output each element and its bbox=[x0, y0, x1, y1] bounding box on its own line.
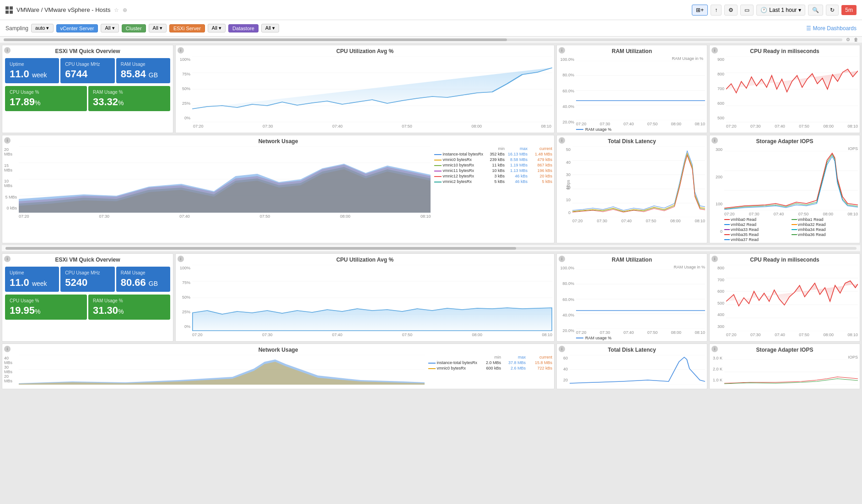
cpu-pct-value-2: 19.95% bbox=[10, 305, 82, 316]
refresh-icon-btn[interactable]: ↻ bbox=[826, 5, 839, 16]
trash-icon-scroll[interactable]: 🗑 bbox=[854, 37, 858, 42]
share-icon-btn[interactable]: ↑ bbox=[711, 5, 722, 16]
vcenter-value-btn[interactable]: All ▾ bbox=[101, 24, 119, 32]
cpu-mhz-label-2: CPU Usage MHz bbox=[65, 270, 110, 275]
refresh-interval-btn[interactable]: 5m bbox=[841, 5, 857, 15]
cpuready-y-2: 800 700 600 500 400 300 bbox=[711, 265, 726, 337]
iops-y-1: 300 200 100 0 bbox=[711, 146, 724, 242]
breadcrumb: VMWare / VMware vSphere - Hosts bbox=[16, 6, 110, 13]
panel-info-disk2: i bbox=[559, 346, 565, 352]
ram-legend-2: RAM usage % bbox=[576, 335, 705, 341]
ram-pct-label-1: RAM Usage % bbox=[93, 90, 166, 95]
sampling-btn[interactable]: auto ▾ bbox=[31, 24, 53, 32]
cluster-value-btn[interactable]: All ▾ bbox=[149, 24, 167, 32]
net-svg-2 bbox=[19, 355, 425, 385]
ram-util-panel-2: i RAM Utilization 100.0% 80.0% 60.0% 40.… bbox=[556, 253, 707, 342]
network-panel-2: i Network Usage 40 MBs 30 MBs 20 MBs bbox=[2, 343, 555, 389]
cpu-mhz-value-2: 5240 bbox=[65, 277, 110, 288]
panel-info-1: i bbox=[4, 47, 11, 54]
panel-info-ram2: i bbox=[559, 256, 565, 262]
ram-util-panel-1: i RAM Utilization 100.0% 80.0% 60.0% 40.… bbox=[556, 45, 707, 133]
iops-title-1: Storage Adapter IOPS bbox=[710, 135, 860, 145]
disk-latency-panel-1: i Total Disk Latency 50 40 30 20 10 0 KB… bbox=[556, 135, 707, 243]
iops-legend-item-6: vmhba34 Read bbox=[792, 227, 858, 232]
time-range-btn[interactable]: 🕐 Last 1 hour ▾ bbox=[756, 5, 805, 16]
cpu-pct-tile-1: CPU Usage % 17.89% bbox=[5, 86, 87, 111]
ram-svg-1 bbox=[576, 61, 705, 120]
esxi-value-btn[interactable]: All ▾ bbox=[208, 24, 226, 32]
ram-pct-label-2: RAM Usage % bbox=[93, 298, 166, 303]
ram-chart-wrapper-1: RAM Usage in % 07:20 07:30 07:40 bbox=[576, 56, 705, 133]
ram-svg-2 bbox=[576, 269, 705, 329]
row-2: i Network Usage 20 MBs 15 MBs 10 MBs 5 M… bbox=[2, 135, 860, 243]
cpu-pct-label-1: CPU Usage % bbox=[10, 90, 82, 95]
datastore-value-btn[interactable]: All ▾ bbox=[261, 24, 279, 32]
cpu-y-axis-1: 100% 75% 50% 25% 0% bbox=[178, 56, 192, 129]
ram-chart-area-1: 100.0% 80.0% 60.0% 40.0% 20.0% RAM Usage… bbox=[557, 55, 707, 133]
cpu-mhz-label-1: CPU Usage MHz bbox=[65, 62, 110, 67]
cpu-chart-area-1: 100% 75% 50% 25% 0% bbox=[176, 55, 554, 129]
net-svg-wrap-1: 07:20 07:30 07:40 07:50 08:00 08:10 bbox=[19, 146, 431, 219]
legend-min-hdr: min bbox=[484, 146, 505, 151]
uptime-value-2: 11.0 week bbox=[10, 277, 54, 288]
iops-panel-1: i Storage Adapter IOPS 300 200 100 0 IOP… bbox=[709, 135, 860, 243]
vcenter-label: vCenter Server bbox=[56, 24, 98, 32]
panel-info-cpu2: i bbox=[178, 256, 184, 262]
disk-latency-panel-2: i Total Disk Latency 60 40 20 bbox=[556, 343, 707, 389]
legend-row2-1: instance-total bytesRx 2.0 MBs 37.8 MBs … bbox=[428, 360, 552, 365]
ram-x-2: 07:20 07:30 07:40 07:50 08:00 08:10 bbox=[576, 330, 705, 335]
cpu-x-730: 07:30 bbox=[263, 124, 273, 129]
network-panel-1: i Network Usage 20 MBs 15 MBs 10 MBs 5 M… bbox=[2, 135, 555, 243]
cpu-x-axis-1: 07:20 07:30 07:40 07:50 08:00 08:10 bbox=[192, 124, 552, 129]
tv-icon-btn[interactable]: ▭ bbox=[740, 5, 754, 16]
ram-y-2: 100.0% 80.0% 60.0% 40.0% 20.0% bbox=[559, 265, 576, 341]
cpu-pct-tile-2: CPU Usage % 19.95% bbox=[5, 295, 87, 320]
more-dashboards-btn[interactable]: ☰ More Dashboards bbox=[806, 25, 857, 32]
network-content-2: 40 MBs 30 MBs 20 MBs bbox=[2, 354, 554, 388]
legend-row-4: vmnic11 bytesRx 10 kBs 1.13 MBs 196 kBs bbox=[434, 168, 552, 173]
iops-legend-item-7: vmhba35 Read bbox=[724, 232, 791, 237]
iops-legend-item-3: vmhba2 Read bbox=[724, 222, 791, 227]
settings-icon-btn[interactable]: ⚙ bbox=[724, 5, 738, 16]
ram-y-label-2: RAM Usage in % bbox=[576, 265, 705, 269]
search-icon-btn[interactable]: 🔍 bbox=[808, 5, 823, 16]
iops-legend-item-1: vmhba0 Read bbox=[724, 217, 791, 222]
cpu-mhz-tile-1: CPU Usage MHz 6744 bbox=[60, 58, 114, 83]
share-icon[interactable]: ⊕ bbox=[123, 7, 127, 13]
scroll-track-2[interactable] bbox=[5, 247, 857, 250]
panel-info-cpu1: i bbox=[178, 47, 184, 54]
cpuready-chart-1: 07:20 07:30 07:40 07:50 08:00 08:10 bbox=[726, 56, 858, 129]
legend-cur-hdr: current bbox=[528, 146, 552, 151]
esxi-overview-panel-1: i ESXi VM Quick Overview Uptime 11.0 wee… bbox=[2, 45, 173, 133]
cpuready-svg-1 bbox=[726, 56, 858, 123]
cpu-pct-label-2: CPU Usage % bbox=[10, 298, 82, 303]
ram-legend-1: RAM usage % bbox=[576, 126, 705, 133]
gear-icon-scroll[interactable]: ⚙ bbox=[846, 37, 850, 42]
legend-row-2: vmnic0 bytesRx 239 kBs 8.58 MBs 479 kBs bbox=[434, 157, 552, 162]
net-chart-inner-1: 20 MBs 15 MBs 10 MBs 5 MBs 0 kBs bbox=[4, 146, 431, 219]
cpu-y-0: 0% bbox=[184, 116, 190, 120]
disk-y-label-1: KBps bbox=[566, 180, 571, 190]
network-title-1: Network Usage bbox=[2, 135, 554, 145]
net-y-1: 20 MBs 15 MBs 10 MBs 5 MBs 0 kBs bbox=[4, 146, 19, 219]
ram-usage-label-1: RAM Usage bbox=[121, 62, 166, 67]
iops-chart-area-2: 3.0 K 2.0 K 1.0 K IOPS bbox=[710, 354, 860, 387]
legend-row2-2: vmnic0 bytesRx 600 kBs 2.6 MBs 722 kBs bbox=[428, 366, 552, 370]
dashboard-icon-btn[interactable]: ⊞+ bbox=[692, 5, 708, 16]
legend-row-1: instance-total bytesRx 352 kBs 16.13 MBs… bbox=[434, 152, 552, 156]
scroll-track-1[interactable] bbox=[4, 38, 842, 41]
main-content: i ESXi VM Quick Overview Uptime 11.0 wee… bbox=[0, 43, 862, 504]
row-3: i ESXi VM Quick Overview Uptime 11.0 wee… bbox=[2, 253, 860, 342]
cpu-util-title-2: CPU Utilization Avg % bbox=[176, 254, 554, 264]
esxi-overview-panel-2: i ESXi VM Quick Overview Uptime 11.0 wee… bbox=[2, 253, 173, 342]
star-icon[interactable]: ☆ bbox=[114, 7, 119, 13]
cpu-ready-panel-2: i CPU Ready in miliseconds 800 700 600 5… bbox=[709, 253, 860, 342]
cpu-x-810: 08:10 bbox=[541, 124, 551, 129]
panel-info-net2: i bbox=[4, 346, 11, 352]
iops-svg-wrap-2: IOPS bbox=[724, 355, 858, 386]
ram-pct-tile-2: RAM Usage % 31.30% bbox=[88, 295, 170, 320]
header-left: VMWare / VMware vSphere - Hosts ☆ ⊕ bbox=[5, 6, 127, 14]
disk-chart-area-1: 50 40 30 20 10 0 KBps bbox=[557, 145, 707, 224]
iops-svg-wrap-1: IOPS 07:20 07:30 07:40 bbox=[724, 146, 858, 242]
ram-util-title-1: RAM Utilization bbox=[557, 45, 707, 55]
